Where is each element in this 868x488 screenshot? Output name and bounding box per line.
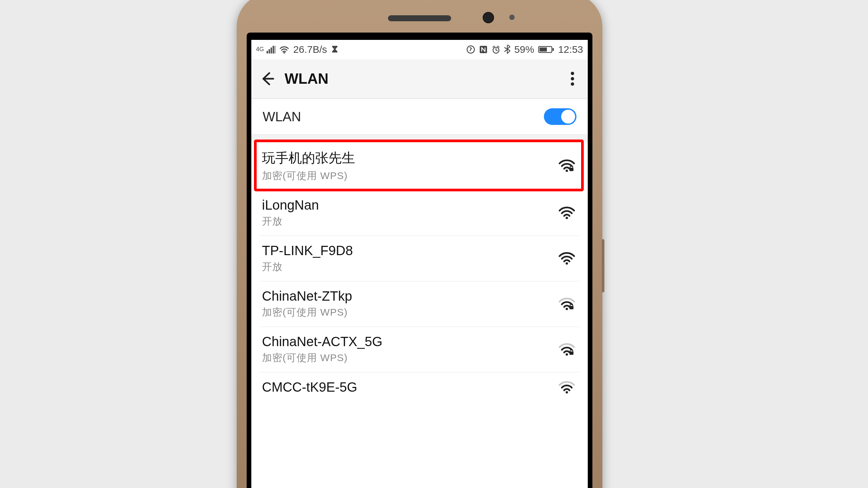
svg-point-13 [571, 77, 574, 80]
svg-rect-1 [269, 49, 270, 54]
data-speed-label: 26.7B/s [293, 44, 327, 55]
network-subtitle: 开放 [262, 260, 551, 274]
network-list: 玩手机的张先生 加密(可使用 WPS) iLongNan 开放 TP-LINK_… [251, 141, 588, 395]
network-name: 玩手机的张先生 [262, 149, 551, 167]
network-name: CMCC-tK9E-5G [262, 380, 551, 395]
wifi-strength-icon [557, 297, 577, 311]
network-item[interactable]: iLongNan 开放 [260, 190, 579, 236]
status-right: 59% 12:53 [466, 44, 583, 55]
battery-pct-label: 59% [514, 44, 534, 55]
back-button[interactable] [259, 71, 275, 86]
section-divider [251, 134, 588, 141]
phone-speaker [388, 15, 451, 21]
network-item[interactable]: 玩手机的张先生 加密(可使用 WPS) [260, 141, 579, 190]
svg-point-18 [565, 262, 568, 264]
svg-rect-20 [569, 306, 574, 309]
network-type-label: 4G [256, 46, 264, 53]
app-bar: WLAN [251, 59, 588, 99]
wlan-toggle-row[interactable]: WLAN [251, 99, 588, 134]
svg-point-12 [571, 72, 574, 75]
svg-rect-4 [275, 46, 275, 54]
wifi-status-icon [279, 45, 289, 54]
page-title: WLAN [285, 70, 329, 87]
wifi-strength-icon [557, 343, 577, 356]
network-name: ChinaNet-ACTX_5G [262, 334, 551, 349]
more-button[interactable] [565, 68, 580, 89]
wlan-toggle-label: WLAN [262, 109, 301, 124]
battery-icon [538, 45, 554, 54]
svg-rect-11 [553, 48, 554, 51]
svg-point-5 [284, 52, 285, 54]
network-item[interactable]: TP-LINK_F9D8 开放 [260, 236, 579, 281]
hourglass-icon [331, 45, 338, 54]
network-subtitle: 开放 [262, 215, 551, 228]
status-bar: 4G 26.7B/s [251, 40, 588, 59]
phone-sensor [509, 14, 515, 20]
wlan-switch[interactable] [544, 108, 577, 125]
status-left: 4G 26.7B/s [256, 44, 338, 55]
alarm-icon [492, 45, 500, 54]
network-item[interactable]: ChinaNet-ACTX_5G 加密(可使用 WPS) [260, 327, 579, 372]
nfc-icon [479, 45, 488, 54]
svg-rect-10 [539, 47, 547, 52]
svg-rect-3 [273, 46, 274, 54]
svg-point-15 [565, 169, 568, 172]
network-name: iLongNan [262, 198, 551, 213]
svg-point-23 [565, 391, 568, 393]
network-subtitle: 加密(可使用 WPS) [262, 169, 551, 183]
svg-rect-0 [267, 51, 268, 54]
clock-label: 12:53 [558, 44, 583, 55]
network-name: ChinaNet-ZTkp [262, 289, 551, 304]
screen: 4G 26.7B/s [251, 40, 588, 488]
network-subtitle: 加密(可使用 WPS) [262, 351, 551, 365]
svg-point-21 [565, 353, 568, 355]
phone-camera [483, 12, 494, 23]
network-item[interactable]: ChinaNet-ZTkp 加密(可使用 WPS) [260, 281, 579, 327]
svg-point-19 [565, 307, 568, 310]
svg-point-14 [571, 83, 574, 86]
phone-frame: 4G 26.7B/s [237, 0, 602, 488]
network-name: TP-LINK_F9D8 [262, 243, 551, 258]
svg-point-17 [565, 217, 568, 219]
wifi-strength-icon [557, 380, 577, 394]
network-item[interactable]: CMCC-tK9E-5G [260, 372, 579, 395]
signal-icon [267, 45, 275, 54]
svg-rect-16 [569, 168, 574, 171]
svg-rect-2 [271, 47, 272, 54]
network-subtitle: 加密(可使用 WPS) [262, 305, 551, 319]
wifi-strength-icon [557, 159, 577, 173]
screen-bezel: 4G 26.7B/s [247, 33, 592, 488]
svg-rect-22 [569, 352, 574, 355]
wifi-strength-icon [557, 206, 577, 220]
bluetooth-icon [504, 45, 510, 54]
sync-icon [466, 45, 475, 54]
wifi-strength-icon [557, 252, 577, 265]
